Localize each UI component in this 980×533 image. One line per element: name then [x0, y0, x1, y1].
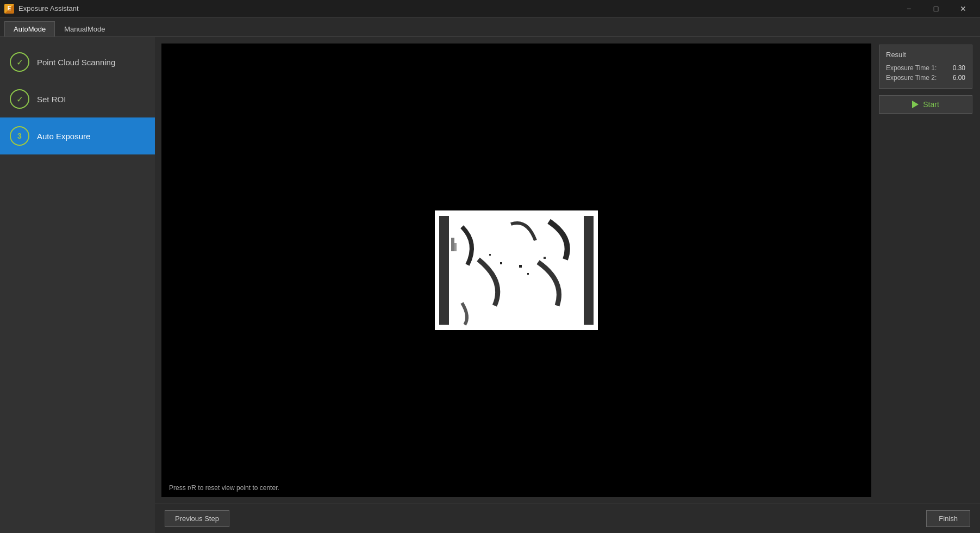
exposure-time-2-value: 6.00 — [953, 74, 965, 82]
app-icon: E — [4, 4, 14, 14]
step-icon-3: 3 — [10, 126, 29, 146]
sidebar-label-point-cloud: Point Cloud Scanning — [37, 58, 115, 67]
svg-rect-5 — [519, 265, 522, 268]
scan-image — [435, 210, 598, 330]
play-icon — [912, 101, 919, 108]
app-title: Exposure Assistant — [18, 4, 79, 13]
title-bar-left: E Exposure Assistant — [4, 4, 79, 14]
svg-rect-4 — [527, 273, 529, 275]
svg-rect-8 — [451, 238, 454, 251]
right-panel: Result Exposure Time 1: 0.30 Exposure Ti… — [871, 37, 980, 504]
sidebar-item-set-roi[interactable]: ✓ Set ROI — [0, 80, 155, 117]
exposure-time-1-value: 0.30 — [953, 64, 965, 72]
step-icon-1: ✓ — [10, 52, 29, 72]
sidebar-label-auto-exposure: Auto Exposure — [37, 132, 90, 141]
result-box: Result Exposure Time 1: 0.30 Exposure Ti… — [879, 45, 972, 89]
tab-automode[interactable]: AutoMode — [4, 21, 55, 36]
tab-manualmode[interactable]: ManualMode — [55, 21, 114, 36]
result-row-1: Exposure Time 1: 0.30 — [886, 63, 965, 73]
finish-button[interactable]: Finish — [926, 510, 970, 527]
exposure-time-2-label: Exposure Time 2: — [886, 74, 937, 82]
previous-step-button[interactable]: Previous Step — [165, 510, 229, 527]
svg-rect-0 — [435, 210, 598, 330]
svg-rect-6 — [489, 254, 491, 256]
maximize-button[interactable]: □ — [923, 0, 948, 17]
viewer-area: Press r/R to reset view point to center.… — [155, 37, 980, 504]
bottom-bar: Previous Step Finish — [155, 504, 980, 533]
tab-bar: AutoMode ManualMode — [0, 17, 980, 37]
sidebar: ✓ Point Cloud Scanning ✓ Set ROI 3 Auto … — [0, 37, 155, 533]
scan-svg — [435, 210, 598, 330]
svg-rect-1 — [439, 216, 449, 325]
sidebar-item-point-cloud-scanning[interactable]: ✓ Point Cloud Scanning — [0, 44, 155, 80]
result-title: Result — [886, 51, 965, 59]
start-label: Start — [923, 100, 939, 109]
main-layout: ✓ Point Cloud Scanning ✓ Set ROI 3 Auto … — [0, 37, 980, 533]
svg-rect-7 — [544, 257, 546, 259]
exposure-time-1-label: Exposure Time 1: — [886, 64, 937, 72]
start-button[interactable]: Start — [879, 95, 972, 114]
title-bar-controls: − □ ✕ — [896, 0, 976, 17]
result-row-2: Exposure Time 2: 6.00 — [886, 73, 965, 83]
close-button[interactable]: ✕ — [951, 0, 976, 17]
title-bar: E Exposure Assistant − □ ✕ — [0, 0, 980, 17]
minimize-button[interactable]: − — [896, 0, 921, 17]
svg-rect-2 — [584, 216, 594, 325]
canvas-hint: Press r/R to reset view point to center. — [169, 484, 279, 492]
canvas-container[interactable]: Press r/R to reset view point to center. — [161, 44, 871, 497]
sidebar-item-auto-exposure[interactable]: 3 Auto Exposure — [0, 117, 155, 154]
sidebar-label-set-roi: Set ROI — [37, 95, 66, 104]
content-area: Press r/R to reset view point to center.… — [155, 37, 980, 533]
step-icon-2: ✓ — [10, 89, 29, 109]
svg-rect-9 — [454, 243, 457, 251]
svg-rect-3 — [500, 262, 502, 264]
